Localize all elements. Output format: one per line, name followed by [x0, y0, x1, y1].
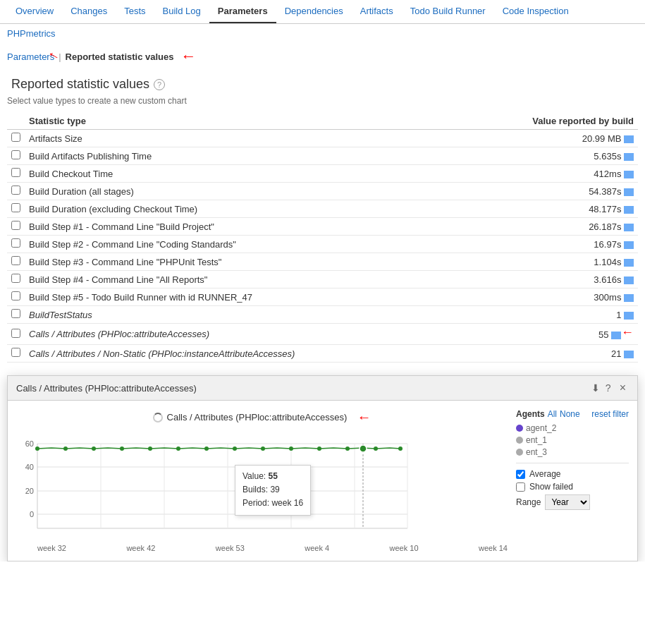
chart-mini-icon[interactable] [624, 188, 634, 196]
chart-mini-icon[interactable] [624, 259, 634, 267]
row-checkbox-cell [7, 345, 25, 363]
agent-dot-0 [516, 425, 523, 432]
tab-dependencies[interactable]: Dependencies [276, 0, 352, 23]
row-checkbox[interactable] [11, 186, 20, 195]
row-label: Calls / Attributes (PHPloc:attributeAcce… [25, 324, 462, 345]
chart-mini-icon[interactable] [624, 153, 634, 161]
row-checkbox-cell [7, 236, 25, 253]
x-label-5: week 14 [479, 544, 508, 552]
chart-mini-icon[interactable] [624, 277, 634, 284]
col-checkbox [7, 113, 25, 130]
table-row: Calls / Attributes (PHPloc:attributeAcce… [7, 324, 638, 345]
breadcrumb-current: Reported statistic values [66, 51, 174, 62]
tab-tests[interactable]: Tests [116, 0, 154, 23]
svg-point-25 [289, 446, 293, 451]
row-checkbox[interactable] [11, 203, 20, 212]
agent-dot-1 [516, 437, 523, 444]
row-checkbox[interactable] [11, 348, 20, 357]
tab-parameters[interactable]: Parameters [209, 0, 276, 23]
agents-reset-filter[interactable]: reset filter [591, 409, 629, 419]
page-title: Reported statistic values ? [11, 77, 165, 92]
row-value: 1 [462, 306, 638, 324]
page-subtitle: Select value types to create a new custo… [7, 96, 638, 106]
average-label: Average [529, 469, 560, 479]
phpmetrics-link[interactable]: PHPmetrics [7, 28, 56, 39]
row-checkbox[interactable] [11, 133, 20, 142]
chart-mini-icon[interactable] [624, 135, 634, 143]
breadcrumb: Parameters | Reported statistic values ← [0, 43, 645, 70]
tab-todo-build-runner[interactable]: Todo Build Runner [402, 0, 494, 23]
chart-mini-icon[interactable] [624, 206, 634, 214]
tab-code-inspection[interactable]: Code Inspection [494, 0, 577, 23]
row-checkbox-cell [7, 147, 25, 165]
chart-modal: Calls / Attributes (PHPloc:attributeAcce… [7, 375, 638, 561]
chart-mini-icon[interactable] [624, 224, 634, 231]
row-checkbox[interactable] [11, 256, 20, 265]
row-checkbox-cell [7, 200, 25, 218]
agents-none-link[interactable]: None [560, 409, 580, 419]
row-checkbox-cell [7, 306, 25, 324]
table-row: Calls / Attributes / Non-Static (PHPloc:… [7, 345, 638, 363]
help-icon[interactable]: ? [154, 79, 165, 90]
x-axis: week 32 week 42 week 53 week 4 week 10 w… [16, 542, 508, 552]
agents-all-link[interactable]: All [548, 409, 557, 419]
row-label: Calls / Attributes / Non-Static (PHPloc:… [25, 345, 462, 363]
red-arrow-value: ← [621, 325, 634, 339]
row-checkbox[interactable] [11, 150, 20, 159]
row-checkbox[interactable] [11, 329, 20, 338]
chart-mini-icon[interactable] [624, 171, 634, 178]
svg-point-20 [148, 446, 152, 451]
row-label: Build Duration (excluding Checkout Time) [25, 200, 462, 218]
tab-build-log[interactable]: Build Log [154, 0, 209, 23]
chart-mini-icon[interactable] [624, 294, 634, 302]
agent-name-1: ent_1 [526, 435, 547, 445]
row-label: Build Artifacts Publishing Time [25, 147, 462, 165]
svg-point-21 [176, 446, 180, 451]
top-nav: Overview Changes Tests Build Log Paramet… [0, 0, 645, 24]
row-label: Build Checkout Time [25, 165, 462, 183]
row-checkbox[interactable] [11, 274, 20, 283]
row-value: 20.99 MB [462, 130, 638, 147]
x-label-1: week 42 [126, 544, 155, 552]
agent-name-2: ent_3 [526, 447, 547, 457]
chart-title: Calls / Attributes (PHPloc:attributeAcce… [16, 409, 508, 425]
table-row: Build Duration (all stages)54.387s [7, 183, 638, 200]
tab-overview[interactable]: Overview [7, 0, 62, 23]
svg-text:40: 40 [25, 463, 34, 471]
agent-dot-2 [516, 449, 523, 456]
modal-download-icon[interactable]: ⬇ [591, 382, 600, 394]
row-checkbox-cell [7, 253, 25, 271]
row-checkbox-cell [7, 183, 25, 200]
range-select[interactable]: Week Month Year [545, 494, 590, 510]
svg-point-22 [204, 446, 209, 451]
show-failed-checkbox[interactable] [516, 482, 525, 492]
table-row: Build Step #4 - Command Line "All Report… [7, 271, 638, 288]
chart-mini-icon[interactable] [624, 312, 634, 320]
tab-changes[interactable]: Changes [62, 0, 116, 23]
agents-header: Agents All None reset filter [516, 409, 629, 419]
average-checkbox[interactable] [516, 470, 525, 479]
x-label-0: week 32 [37, 544, 66, 552]
table-row: Build Artifacts Publishing Time5.635s [7, 147, 638, 165]
row-checkbox[interactable] [11, 168, 20, 177]
show-failed-option: Show failed [516, 482, 629, 492]
row-label: Build Step #2 - Command Line "Coding Sta… [25, 236, 462, 253]
row-checkbox[interactable] [11, 238, 20, 248]
svg-point-23 [233, 446, 237, 451]
row-value: 54.387s [462, 183, 638, 200]
svg-point-31 [360, 445, 367, 452]
chart-mini-icon[interactable] [624, 351, 634, 358]
chart-mini-icon[interactable] [611, 332, 621, 339]
row-checkbox[interactable] [11, 291, 20, 300]
tab-artifacts[interactable]: Artifacts [352, 0, 402, 23]
row-checkbox[interactable] [11, 309, 20, 318]
modal-top-icons: ⬇ ? × [591, 382, 629, 394]
modal-close-button[interactable]: × [617, 382, 629, 394]
chart-mini-icon[interactable] [624, 241, 634, 249]
agent-name-0: agent_2 [526, 423, 556, 433]
row-checkbox[interactable] [11, 221, 20, 230]
row-value: 55 ← [462, 324, 638, 345]
table-row: Build Step #1 - Command Line "Build Proj… [7, 218, 638, 236]
x-label-3: week 4 [305, 544, 329, 552]
modal-help-icon[interactable]: ? [606, 382, 611, 394]
